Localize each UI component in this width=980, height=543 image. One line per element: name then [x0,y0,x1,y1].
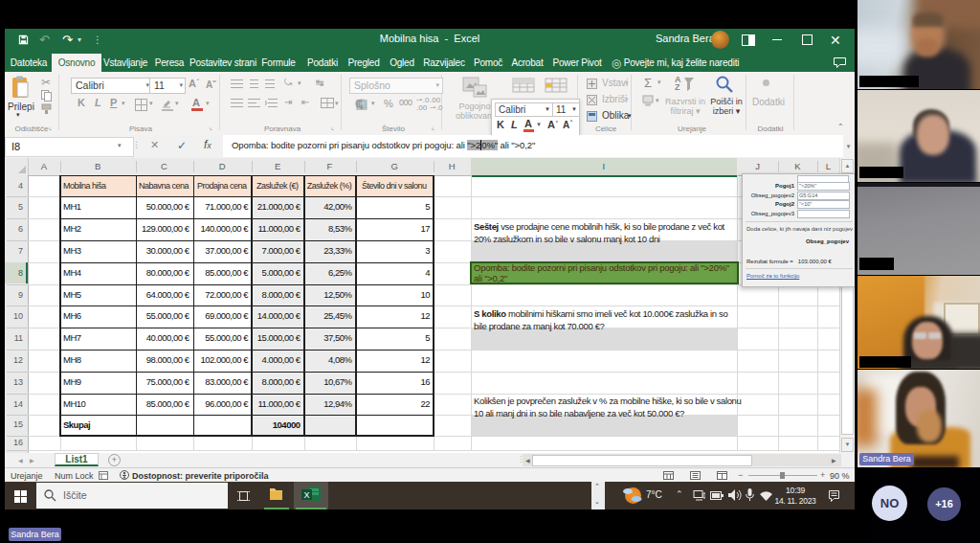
svg-text:X: X [303,490,309,500]
